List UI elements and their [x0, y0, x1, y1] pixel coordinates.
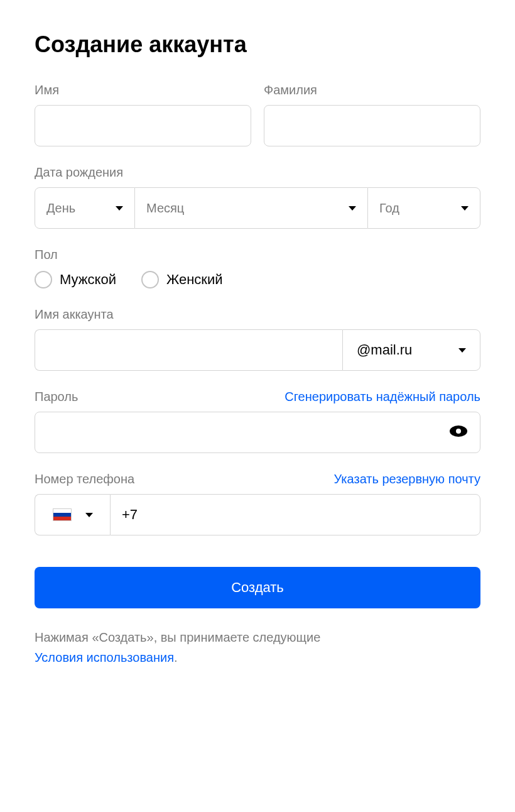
- radio-icon: [141, 271, 159, 288]
- svg-point-1: [456, 429, 461, 434]
- chevron-down-icon: [461, 206, 469, 211]
- last-name-label: Фамилия: [264, 83, 480, 97]
- terms-text: Нажимая «Создать», вы принимаете следующ…: [35, 627, 480, 667]
- page-title: Создание аккаунта: [35, 31, 480, 58]
- chevron-down-icon: [116, 206, 123, 211]
- domain-select-text: @mail.ru: [357, 342, 412, 358]
- account-name-label: Имя аккаунта: [35, 307, 114, 321]
- year-select[interactable]: Год: [367, 187, 480, 229]
- country-select[interactable]: [35, 494, 110, 535]
- account-name-input[interactable]: [35, 329, 342, 371]
- terms-link[interactable]: Условия использования: [35, 650, 174, 664]
- last-name-input[interactable]: [264, 105, 480, 146]
- gender-female-label: Женский: [166, 272, 223, 288]
- backup-email-link[interactable]: Указать резервную почту: [334, 472, 480, 486]
- phone-label: Номер телефона: [35, 472, 134, 486]
- gender-female-radio[interactable]: Женский: [141, 271, 223, 288]
- terms-prefix: Нажимая «Создать», вы принимаете следующ…: [35, 630, 320, 644]
- month-select-text: Месяц: [146, 201, 184, 216]
- flag-russia-icon: [53, 508, 72, 521]
- terms-dot: .: [174, 650, 178, 664]
- gender-male-radio[interactable]: Мужской: [35, 271, 116, 288]
- year-select-text: Год: [379, 201, 399, 216]
- password-input[interactable]: [35, 412, 480, 453]
- chevron-down-icon: [85, 513, 93, 517]
- day-select[interactable]: День: [35, 187, 135, 229]
- birth-date-label: Дата рождения: [35, 165, 123, 179]
- first-name-label: Имя: [35, 83, 251, 97]
- eye-icon[interactable]: [449, 424, 468, 441]
- first-name-input[interactable]: [35, 105, 251, 146]
- gender-male-label: Мужской: [60, 272, 116, 288]
- month-select[interactable]: Месяц: [135, 187, 367, 229]
- phone-input[interactable]: [110, 494, 480, 535]
- day-select-text: День: [46, 201, 75, 216]
- password-label: Пароль: [35, 390, 78, 404]
- create-button[interactable]: Создать: [35, 567, 480, 608]
- gender-label: Пол: [35, 248, 58, 261]
- chevron-down-icon: [458, 348, 466, 353]
- radio-icon: [35, 271, 52, 288]
- generate-password-link[interactable]: Сгенерировать надёжный пароль: [285, 390, 480, 404]
- domain-select[interactable]: @mail.ru: [342, 329, 480, 371]
- chevron-down-icon: [349, 206, 356, 211]
